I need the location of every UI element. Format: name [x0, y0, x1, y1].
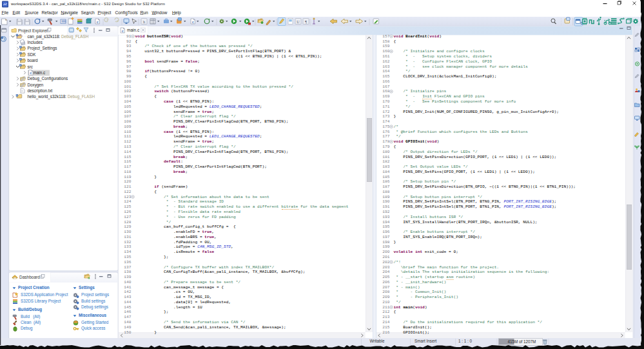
- svg-text:c: c: [30, 71, 32, 75]
- svg-text:c: c: [122, 29, 124, 33]
- svg-text:U: U: [297, 20, 300, 24]
- svg-text:c: c: [97, 20, 99, 24]
- svg-text:c: c: [192, 20, 194, 24]
- svg-text:¶: ¶: [305, 20, 307, 24]
- svg-text:h: h: [143, 20, 145, 24]
- svg-text:8: 8: [64, 20, 66, 23]
